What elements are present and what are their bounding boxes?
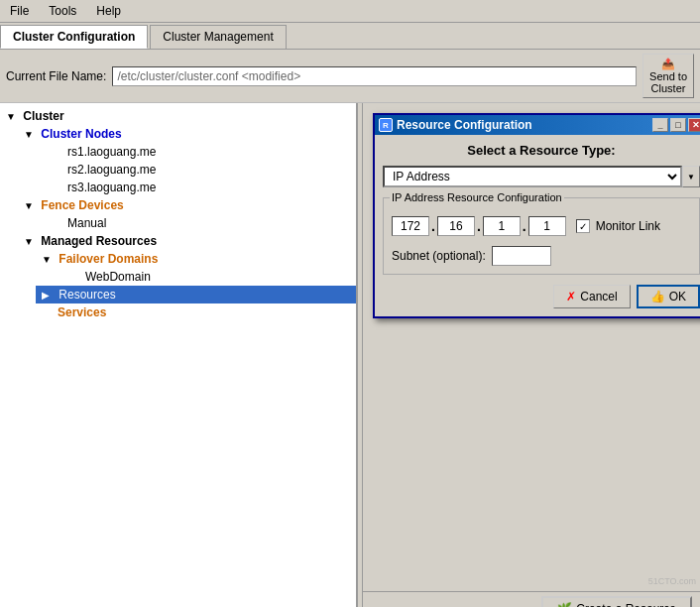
create-resource-icon: 🌿 [557, 602, 572, 607]
tree-panel: ▼ Cluster ▼ Cluster Nodes rs1.laoguang.m… [0, 103, 357, 607]
ok-button[interactable]: 👍 OK [637, 285, 700, 308]
cluster-nodes-label[interactable]: Cluster Nodes [41, 127, 121, 141]
ip-config-group: IP Address Resource Configuration . . . … [383, 197, 700, 275]
resources-collapse[interactable]: ▶ [42, 290, 56, 301]
tree-cluster-nodes: ▼ Cluster Nodes [18, 125, 356, 143]
tree-managed-resources: ▼ Managed Resources [18, 232, 356, 250]
modal-app-icon: R [379, 118, 393, 132]
resource-type-dropdown: IP Address ▼ [383, 166, 700, 187]
ip-dot-2: . [477, 218, 481, 234]
tree-root-label: Cluster [23, 109, 63, 123]
tab-cluster-configuration[interactable]: Cluster Configuration [0, 25, 148, 49]
resource-type-select[interactable]: IP Address [383, 166, 682, 187]
cancel-label: Cancel [580, 290, 617, 304]
tree-node-webdomain[interactable]: WebDomain [54, 268, 356, 286]
ip-dot-3: . [523, 218, 526, 234]
main-content: ▼ Cluster ▼ Cluster Nodes rs1.laoguang.m… [0, 103, 700, 607]
tree-node-rs2[interactable]: rs2.laoguang.me [36, 161, 356, 179]
modal-wm-controls: _ □ ✕ [652, 118, 700, 132]
tree-node-rs3[interactable]: rs3.laoguang.me [36, 179, 356, 196]
monitor-link-label: Monitor Link [596, 219, 660, 233]
subnet-input[interactable] [492, 246, 551, 266]
ip-octet-3[interactable] [483, 216, 521, 236]
file-name-label: Current File Name: [6, 69, 106, 83]
cluster-nodes-collapse[interactable]: ▼ [24, 129, 38, 140]
modal-body: Select a Resource Type: IP Address ▼ IP … [375, 135, 700, 316]
tree-root: ▼ Cluster [0, 107, 356, 125]
managed-resources-collapse[interactable]: ▼ [24, 236, 38, 247]
ip-config-group-label: IP Address Resource Configuration [390, 191, 564, 203]
modal-close-button[interactable]: ✕ [688, 118, 700, 132]
resource-configuration-dialog: R Resource Configuration _ □ ✕ Select a … [373, 113, 700, 318]
cancel-button[interactable]: ✗ Cancel [553, 285, 630, 308]
tree-fence-devices-group: ▼ Fence Devices Manual [0, 196, 356, 232]
ok-icon: 👍 [650, 290, 665, 304]
cancel-icon: ✗ [566, 290, 576, 304]
monitor-link-checkbox[interactable]: ✓ [576, 219, 590, 233]
right-panel: R Resource Configuration _ □ ✕ Select a … [363, 103, 700, 607]
create-resource-button[interactable]: 🌿 Create a Resource [541, 596, 692, 607]
ok-label: OK [669, 290, 686, 304]
subnet-row: Subnet (optional): [392, 246, 691, 266]
modal-select-label: Select a Resource Type: [383, 143, 700, 158]
bottom-bar: 🌿 Create a Resource [363, 591, 700, 607]
subnet-label: Subnet (optional): [392, 249, 486, 263]
ip-octet-1[interactable] [392, 216, 429, 236]
managed-resources-label[interactable]: Managed Resources [41, 234, 157, 248]
ip-octet-2[interactable] [437, 216, 475, 236]
modal-title: Resource Configuration [397, 118, 532, 132]
ip-dot-1: . [431, 218, 435, 234]
tree-failover-domains: ▼ Failover Domains [36, 250, 356, 268]
failover-domains-label[interactable]: Failover Domains [58, 252, 158, 266]
ip-address-row: . . . ✓ Monitor Link [392, 216, 691, 236]
monitor-link-row: ✓ Monitor Link [576, 219, 660, 233]
failover-domains-collapse[interactable]: ▼ [42, 254, 56, 265]
send-to-cluster-label: Send toCluster [649, 70, 687, 94]
tree-node-manual[interactable]: Manual [36, 214, 356, 232]
tree-managed-resources-group: ▼ Managed Resources ▼ Failover Domains W… [0, 232, 356, 321]
tab-bar: Cluster Configuration Cluster Management [0, 23, 700, 50]
resource-type-arrow[interactable]: ▼ [682, 166, 700, 187]
file-name-bar: Current File Name: 📤 Send toCluster [0, 50, 700, 103]
tree-cluster-nodes-group: ▼ Cluster Nodes rs1.laoguang.me rs2.laog… [0, 125, 356, 196]
fence-devices-children: Manual [18, 214, 356, 232]
fence-devices-label[interactable]: Fence Devices [41, 198, 123, 212]
tree-root-collapse[interactable]: ▼ [6, 111, 20, 122]
ip-octet-4[interactable] [528, 216, 566, 236]
cluster-nodes-children: rs1.laoguang.me rs2.laoguang.me rs3.laog… [18, 143, 356, 196]
tree-node-rs1[interactable]: rs1.laoguang.me [36, 143, 356, 161]
modal-minimize-button[interactable]: _ [652, 118, 668, 132]
resources-label: Resources [58, 288, 115, 302]
services-label[interactable]: Services [58, 305, 106, 319]
tree-fence-devices: ▼ Fence Devices [18, 196, 356, 214]
tree-services: Services [36, 304, 356, 321]
menu-file[interactable]: File [4, 2, 35, 20]
tree-resources[interactable]: ▶ Resources [36, 286, 356, 304]
tab-cluster-management[interactable]: Cluster Management [150, 25, 286, 49]
send-to-cluster-icon: 📤 [661, 58, 675, 70]
create-resource-label: Create a Resource [576, 602, 676, 607]
modal-maximize-button[interactable]: □ [670, 118, 686, 132]
fence-devices-collapse[interactable]: ▼ [24, 200, 38, 211]
failover-domains-children: WebDomain [36, 268, 356, 286]
modal-titlebar-left: R Resource Configuration [379, 118, 532, 132]
file-name-input[interactable] [112, 66, 637, 86]
watermark: 51CTO.com [648, 576, 696, 586]
managed-resources-children: ▼ Failover Domains WebDomain ▶ Resources… [18, 250, 356, 321]
menu-help[interactable]: Help [90, 2, 127, 20]
menu-tools[interactable]: Tools [43, 2, 82, 20]
modal-titlebar: R Resource Configuration _ □ ✕ [375, 115, 700, 135]
menu-bar: File Tools Help [0, 0, 700, 23]
modal-buttons: ✗ Cancel 👍 OK [383, 285, 700, 308]
send-to-cluster-button[interactable]: 📤 Send toCluster [642, 54, 694, 98]
